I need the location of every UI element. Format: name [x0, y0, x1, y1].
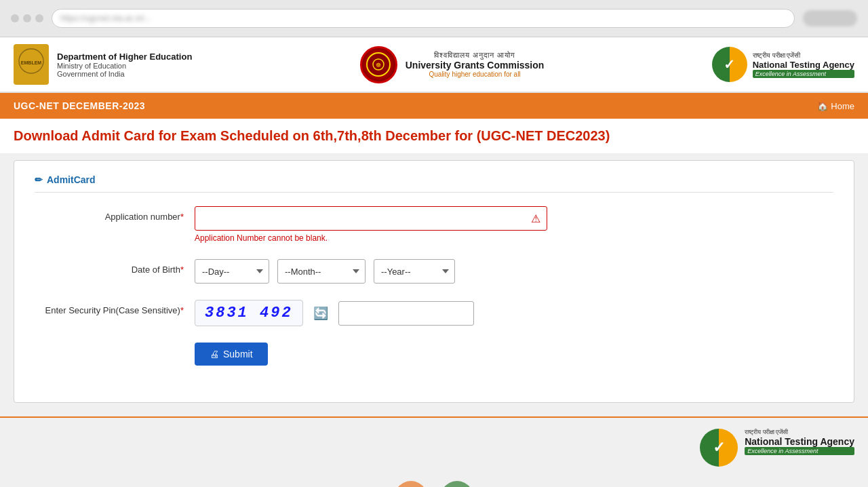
app-number-label: Application number* — [35, 206, 184, 222]
page-heading: Download Admit Card for Exam Scheduled o… — [14, 128, 854, 144]
security-pin-input[interactable] — [338, 301, 474, 326]
footer-nta-hindi: राष्ट्रीय परीक्षा एजेंसी — [745, 429, 854, 436]
footer-nta-text: राष्ट्रीय परीक्षा एजेंसी National Testin… — [745, 429, 854, 455]
dob-required-marker: * — [180, 265, 184, 275]
main-content: ✏ AdmitCard Application number* ⚠ Applic… — [0, 153, 868, 416]
nta-hindi-text: राष्ट्रीय परीक्षा एजेंसी — [753, 52, 854, 60]
nta-branding: ✓ राष्ट्रीय परीक्षा एजेंसी National Test… — [712, 47, 854, 82]
footer-nta-name: National Testing Agency — [745, 436, 854, 447]
warning-icon: ⚠ — [531, 212, 540, 225]
browser-back — [11, 14, 19, 22]
browser-extension-area — [803, 10, 857, 26]
ugc-emblem: ☸ — [360, 46, 397, 83]
svg-text:EMBLEM: EMBLEM — [21, 60, 42, 65]
govt-name: Government of India — [57, 70, 192, 78]
dob-group: Date of Birth* --Day-- 12345 678910 1112… — [35, 259, 833, 284]
browser-reload — [35, 14, 43, 22]
security-input-area: 3831 492 🔄 — [195, 300, 833, 326]
nta-circle-logo: ✓ — [712, 47, 747, 82]
nta-check-icon: ✓ — [724, 56, 735, 73]
ugc-branding: ☸ विश्वविद्यालय अनुदान आयोग University G… — [360, 46, 545, 83]
application-number-group: Application number* ⚠ Application Number… — [35, 206, 833, 243]
browser-bar: https://ugcnet.nta.ac.in/... — [0, 0, 868, 37]
section-title-text: AdmitCard — [47, 174, 96, 185]
dob-month-select[interactable]: --Month-- JanuaryFebruaryMarchApril MayJ… — [277, 259, 366, 284]
footer-nta-tagline: Excellence in Assessment — [745, 447, 854, 455]
footer: ✓ राष्ट्रीय परीक्षा एजेंसी National Test… — [0, 416, 868, 478]
submit-label: Submit — [223, 349, 253, 359]
svg-text:☸: ☸ — [376, 62, 381, 69]
browser-actions — [803, 10, 857, 26]
ugc-title: University Grants Commission — [406, 60, 545, 71]
security-required-marker: * — [180, 305, 184, 315]
home-link[interactable]: 🏠 Home — [817, 101, 854, 111]
dob-selects: --Day-- 12345 678910 1112131415 16171819… — [195, 259, 833, 284]
edit-icon: ✏ — [35, 174, 43, 185]
footer-nta-check-icon: ✓ — [713, 439, 725, 456]
footer-nta-circle: ✓ — [700, 429, 738, 467]
dob-label: Date of Birth* — [35, 259, 184, 275]
application-number-input[interactable] — [195, 206, 547, 231]
site-header: EMBLEM Department of Higher Education Mi… — [0, 37, 868, 93]
app-number-error: Application Number cannot be blank. — [195, 233, 833, 243]
app-number-input-area: ⚠ Application Number cannot be blank. — [195, 206, 833, 243]
ministry-name: Ministry of Education — [57, 62, 192, 70]
browser-forward — [23, 14, 31, 22]
footer-decoration-orange — [391, 481, 431, 487]
dept-name: Department of Higher Education — [57, 52, 192, 62]
dob-input-area: --Day-- 12345 678910 1112131415 16171819… — [195, 259, 833, 284]
security-row: 3831 492 🔄 — [195, 300, 833, 326]
captcha-refresh-button[interactable]: 🔄 — [311, 304, 330, 323]
footer-decoration-green — [437, 481, 477, 487]
home-label: Home — [831, 101, 854, 111]
dob-day-select[interactable]: --Day-- 12345 678910 1112131415 16171819… — [195, 259, 269, 284]
ugc-text: विश्वविद्यालय अनुदान आयोग University Gra… — [406, 51, 545, 78]
nta-logo: ✓ राष्ट्रीय परीक्षा एजेंसी National Test… — [712, 47, 854, 82]
captcha-text: 3831 492 — [205, 305, 293, 322]
required-marker: * — [180, 212, 184, 222]
ugc-tagline: Quality higher education for all — [406, 71, 545, 78]
page-heading-area: Download Admit Card for Exam Scheduled o… — [0, 119, 868, 153]
ugc-hindi: विश्वविद्यालय अनुदान आयोग — [406, 51, 545, 60]
address-bar[interactable]: https://ugcnet.nta.ac.in/... — [52, 9, 795, 28]
security-label: Enter Security Pin(Case Sensitive)* — [35, 300, 184, 315]
footer-bottom — [0, 478, 868, 487]
govt-branding: EMBLEM Department of Higher Education Mi… — [14, 44, 192, 85]
submit-button[interactable]: 🖨 Submit — [195, 343, 268, 366]
nta-text: राष्ट्रीय परीक्षा एजेंसी National Testin… — [753, 52, 854, 78]
address-bar-text: https://ugcnet.nta.ac.in/... — [60, 14, 151, 23]
nav-title: UGC-NET DECEMBER-2023 — [14, 100, 145, 111]
nta-tagline-text: Excellence in Assessment — [753, 70, 854, 78]
refresh-icon: 🔄 — [313, 306, 328, 321]
form-card: ✏ AdmitCard Application number* ⚠ Applic… — [14, 160, 854, 403]
govt-emblem: EMBLEM — [14, 44, 49, 85]
browser-nav-buttons — [11, 14, 43, 22]
govt-text: Department of Higher Education Ministry … — [57, 52, 192, 78]
submit-icon: 🖨 — [210, 349, 219, 359]
nta-name-text: National Testing Agency — [753, 60, 854, 70]
app-number-wrapper: ⚠ — [195, 206, 547, 231]
dob-year-select[interactable]: --Year-- 1950196019701980 19851990199520… — [374, 259, 455, 284]
nav-bar: UGC-NET DECEMBER-2023 🏠 Home — [0, 93, 868, 119]
security-pin-group: Enter Security Pin(Case Sensitive)* 3831… — [35, 300, 833, 326]
captcha-image: 3831 492 — [195, 300, 303, 326]
submit-group: 🖨 Submit — [195, 343, 833, 366]
section-title: ✏ AdmitCard — [35, 174, 833, 193]
home-icon: 🏠 — [817, 101, 828, 111]
